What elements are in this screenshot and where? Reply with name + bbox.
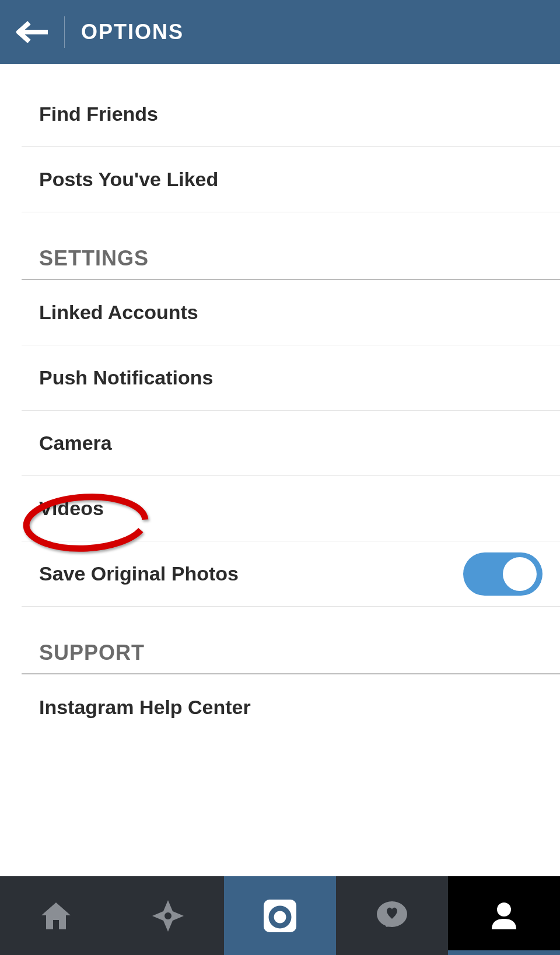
camera-icon xyxy=(261,897,299,935)
item-find-friends[interactable]: Find Friends xyxy=(22,82,560,147)
toggle-knob xyxy=(503,557,537,591)
item-label: Posts You've Liked xyxy=(39,168,218,191)
item-label: Videos xyxy=(39,497,104,520)
item-videos[interactable]: Videos xyxy=(22,476,560,541)
nav-activity[interactable] xyxy=(336,876,448,955)
nav-explore[interactable] xyxy=(112,876,224,955)
item-save-original-photos[interactable]: Save Original Photos xyxy=(22,541,560,607)
page-title: OPTIONS xyxy=(81,20,184,44)
header-bar: OPTIONS xyxy=(0,0,560,64)
back-arrow-icon xyxy=(16,20,49,44)
section-header-support: SUPPORT xyxy=(22,607,560,674)
item-label: Push Notifications xyxy=(39,366,213,389)
item-camera[interactable]: Camera xyxy=(22,411,560,476)
section-title: SETTINGS xyxy=(39,246,149,270)
nav-camera[interactable] xyxy=(224,876,336,955)
item-linked-accounts[interactable]: Linked Accounts xyxy=(22,280,560,345)
heart-bubble-icon xyxy=(375,899,409,933)
item-label: Find Friends xyxy=(39,103,158,125)
home-icon xyxy=(39,899,73,933)
section-header-settings: SETTINGS xyxy=(22,212,560,280)
item-label: Camera xyxy=(39,432,112,454)
header-divider xyxy=(64,16,65,48)
item-instagram-help-center[interactable]: Instagram Help Center xyxy=(22,674,560,740)
item-label: Instagram Help Center xyxy=(39,696,251,719)
section-title: SUPPORT xyxy=(39,641,145,664)
item-label: Save Original Photos xyxy=(39,562,239,585)
bottom-navbar xyxy=(0,876,560,955)
save-original-photos-toggle[interactable] xyxy=(463,552,542,596)
profile-icon xyxy=(487,899,521,933)
content-area: Find Friends Posts You've Liked SETTINGS… xyxy=(0,82,560,894)
nav-home[interactable] xyxy=(0,876,112,955)
item-push-notifications[interactable]: Push Notifications xyxy=(22,345,560,411)
item-label: Linked Accounts xyxy=(39,301,198,324)
svg-point-6 xyxy=(497,902,511,916)
back-button[interactable] xyxy=(16,16,49,48)
explore-icon xyxy=(151,899,185,933)
svg-point-1 xyxy=(164,912,172,919)
nav-profile[interactable] xyxy=(448,876,560,955)
item-posts-youve-liked[interactable]: Posts You've Liked xyxy=(22,147,560,212)
